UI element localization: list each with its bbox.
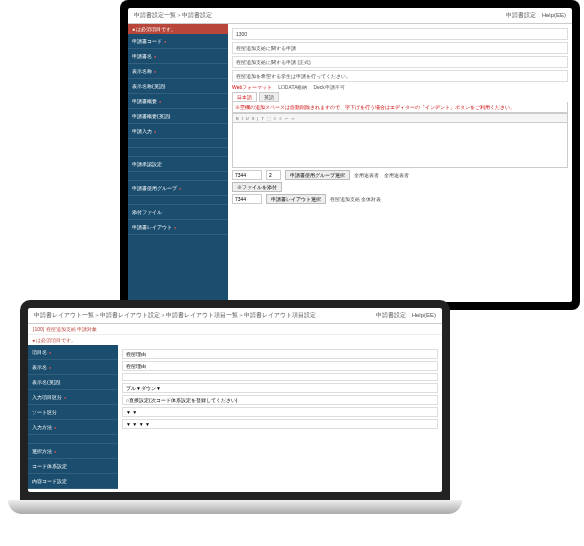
code-select[interactable]: ▼ ▼ <box>122 407 438 417</box>
format-tab[interactable]: LODATA格納 <box>278 84 307 90</box>
sidebar-item[interactable]: 表示名 <box>28 360 118 375</box>
display-name-en-input[interactable] <box>122 373 438 381</box>
sidebar-item[interactable]: 項目名 <box>28 345 118 360</box>
content-select[interactable]: ▼ ▼ ▼ ▼ <box>122 419 438 429</box>
subtitle-field[interactable]: 在留追加支給に関する申請 (正式) <box>232 56 568 68</box>
sidebar-item[interactable] <box>128 196 228 205</box>
format-tabs: WebフォーマットLODATA格納Deck申請不可 <box>232 84 568 90</box>
sidebar: ● は必須項目です。 申請書コード申請書名表示名称表示名称(英語)申請書概要申請… <box>128 24 228 302</box>
input-method-radio[interactable]: ○直接設定(次コード体系設定を登録してください) <box>122 395 438 405</box>
desc-field[interactable]: 在留追加を希望する学生は申請を行ってください。 <box>232 70 568 82</box>
toolbar-icon[interactable]: ⤻ <box>291 116 294 121</box>
laptop-main: 在留理由 在留理由 プル▼ダウン▼ ○直接設定(次コード体系設定を登録してくださ… <box>118 345 442 489</box>
laptop: 申請書レイアウト一覧＞申請書レイアウト設定＞申請書レイアウト項目一覧＞申請書レイ… <box>20 300 450 530</box>
group-code-input[interactable] <box>232 170 262 180</box>
layout-text: 在留追加支給 全体対表 <box>330 196 381 202</box>
toolbar-icon[interactable]: ⬚ <box>267 116 271 121</box>
toolbar-icon[interactable]: ≡ <box>274 116 276 121</box>
sidebar-item[interactable]: 申請入力 <box>128 124 228 139</box>
lang-tabs: 日本語英語 <box>232 92 568 102</box>
sidebar-item[interactable] <box>28 435 118 444</box>
sidebar-item[interactable]: 申請書概要 <box>128 94 228 109</box>
field-name-input[interactable]: 在留理由 <box>122 349 438 359</box>
sidebar-item[interactable]: 表示名称 <box>128 64 228 79</box>
toolbar-icon[interactable]: | <box>257 116 258 121</box>
page-header: 申請書設定一覧＞申請書設定 申請書設定 Help(EE) <box>128 8 572 24</box>
sidebar-item[interactable]: 申請承認設定 <box>128 157 228 172</box>
format-tab[interactable]: Webフォーマット <box>232 84 272 90</box>
sidebar-item[interactable]: 表示名(英語) <box>28 375 118 390</box>
layout-row: 申請書レイアウト選択 在留追加支給 全体対表 <box>232 194 568 204</box>
content-area: ● は必須項目です。 申請書コード申請書名表示名称表示名称(英語)申請書概要申請… <box>128 24 572 302</box>
attach-file-button[interactable]: ※ファイルを添付 <box>232 182 282 192</box>
breadcrumb: 申請書設定一覧＞申請書設定 <box>134 11 212 20</box>
sidebar-item[interactable]: 申請書使用グループ <box>128 181 228 196</box>
sidebar-item[interactable] <box>128 139 228 148</box>
required-indicator: ● は必須項目です。 <box>28 335 442 345</box>
sidebar-item[interactable]: コード体系設定 <box>28 459 118 474</box>
display-name-input[interactable]: 在留理由 <box>122 361 438 371</box>
attach-row: ※ファイルを添付 <box>232 182 568 192</box>
sidebar-item[interactable]: 申請書レイアウト <box>128 220 228 235</box>
required-indicator: ● は必須項目です。 <box>128 24 228 34</box>
breadcrumb: 申請書レイアウト一覧＞申請書レイアウト設定＞申請書レイアウト項目一覧＞申請書レイ… <box>34 311 316 320</box>
lang-tab[interactable]: 英語 <box>259 92 279 102</box>
toolbar-icon[interactable]: ⤺ <box>285 116 288 121</box>
sidebar-item[interactable]: 選択方法 <box>28 444 118 459</box>
monitor-screen: 申請書設定一覧＞申請書設定 申請書設定 Help(EE) ● は必須項目です。 … <box>128 8 572 302</box>
group-num-input[interactable] <box>266 170 281 180</box>
sidebar-item[interactable] <box>128 148 228 157</box>
group-text: 全用途表者 全用途表者 <box>354 172 409 178</box>
sidebar-item[interactable]: 申請書概要(英語) <box>128 109 228 124</box>
sidebar-item[interactable] <box>128 172 228 181</box>
laptop-base <box>8 500 462 514</box>
group-row: 申請書使用グループ選択 全用途表者 全用途表者 <box>232 170 568 180</box>
laptop-sidebar: 項目名表示名表示名(英語)入力項目区分ソート区分入力方法選択方法コード体系設定内… <box>28 345 118 489</box>
sidebar-item[interactable]: 申請書コード <box>128 34 228 49</box>
editor-toolbar: BIUS|T⬚≡≡⤺⤻ <box>232 113 568 123</box>
sidebar-item[interactable]: 入力方法 <box>28 420 118 435</box>
sidebar-item[interactable]: 入力項目区分 <box>28 390 118 405</box>
code-field[interactable]: 1300 <box>232 28 568 40</box>
header-right: 申請書設定 Help(EE) <box>506 11 566 20</box>
laptop-lid: 申請書レイアウト一覧＞申請書レイアウト設定＞申請書レイアウト項目一覧＞申請書レイ… <box>20 300 450 500</box>
toolbar-icon[interactable]: U <box>246 116 249 121</box>
group-select-button[interactable]: 申請書使用グループ選択 <box>285 170 350 180</box>
main-panel: 1300 在留追加支給に関する申請 在留追加支給に関する申請 (正式) 在留追加… <box>228 24 572 302</box>
laptop-header: 申請書レイアウト一覧＞申請書レイアウト設定＞申請書レイアウト項目一覧＞申請書レイ… <box>28 308 442 324</box>
header-right: 申請書設定 Help(EE) <box>376 311 436 320</box>
lang-tab[interactable]: 日本語 <box>232 92 257 102</box>
toolbar-icon[interactable]: B <box>236 116 239 121</box>
sidebar-item[interactable]: 表示名称(英語) <box>128 79 228 94</box>
laptop-content: 項目名表示名表示名(英語)入力項目区分ソート区分入力方法選択方法コード体系設定内… <box>28 345 442 489</box>
sidebar-item[interactable]: ソート区分 <box>28 405 118 420</box>
title-field[interactable]: 在留追加支給に関する申請 <box>232 42 568 54</box>
toolbar-icon[interactable]: I <box>242 116 243 121</box>
toolbar-icon[interactable]: S <box>252 116 255 121</box>
sidebar-item[interactable]: 添付ファイル <box>128 205 228 220</box>
sort-select[interactable]: プル▼ダウン▼ <box>122 383 438 393</box>
sidebar-item[interactable]: 内容コード設定 <box>28 474 118 489</box>
format-tab[interactable]: Deck申請不可 <box>313 84 344 90</box>
sidebar-item[interactable]: 申請書名 <box>128 49 228 64</box>
editor-note: ※空欄の追加スペースは自動削除されますので、字下げを行う場合はエディターの「イン… <box>232 102 568 113</box>
toolbar-icon[interactable]: ≡ <box>279 116 281 121</box>
laptop-screen: 申請書レイアウト一覧＞申請書レイアウト設定＞申請書レイアウト項目一覧＞申請書レイ… <box>28 308 442 492</box>
desktop-monitor: 申請書設定一覧＞申請書設定 申請書設定 Help(EE) ● は必須項目です。 … <box>120 0 580 310</box>
editor-body[interactable] <box>232 123 568 168</box>
sub-title: [100] 在留追加支給 申請対象 <box>28 324 442 335</box>
layout-code-input[interactable] <box>232 194 262 204</box>
layout-select-button[interactable]: 申請書レイアウト選択 <box>266 194 326 204</box>
toolbar-icon[interactable]: T <box>261 116 263 121</box>
